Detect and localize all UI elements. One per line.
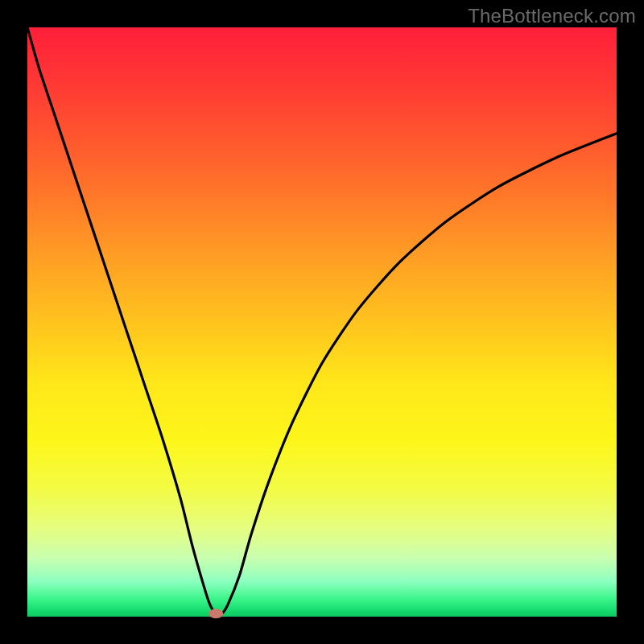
plot-area [27, 27, 617, 617]
chart-svg [27, 27, 617, 617]
optimal-point-marker [208, 609, 223, 618]
bottleneck-curve [27, 27, 617, 614]
watermark-text: TheBottleneck.com [468, 5, 636, 27]
chart-frame: TheBottleneck.com [0, 0, 644, 644]
